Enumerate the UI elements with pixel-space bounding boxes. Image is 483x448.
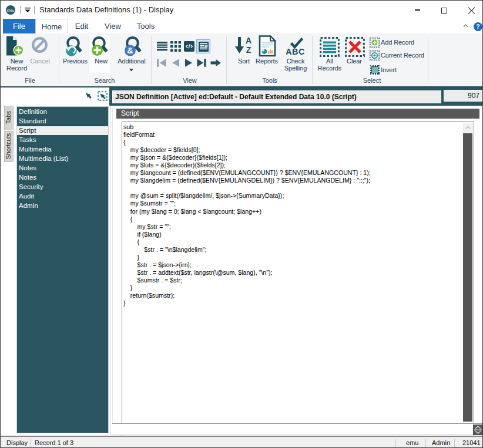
svg-text:ABC: ABC [286, 47, 305, 56]
svg-text:&: & [127, 46, 133, 55]
svg-text:A: A [246, 36, 251, 45]
svg-text:Z: Z [246, 45, 251, 55]
svg-text:EMu: EMu [7, 8, 14, 12]
svg-text:?: ? [476, 23, 479, 30]
